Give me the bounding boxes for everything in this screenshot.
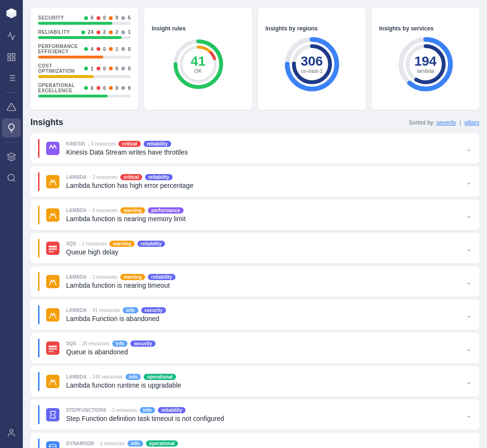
insight-chevron-6[interactable]: ⌄ — [466, 344, 472, 353]
insight-chevron-1[interactable]: ⌄ — [466, 177, 472, 186]
insight-chevron-5[interactable]: ⌄ — [466, 311, 472, 320]
insight-row[interactable]: SQS- 2 resourceswarningreliabilityQueue … — [30, 233, 479, 263]
insight-row[interactable]: STEPFUNCTIONS- 3 resourcesinforeliabilit… — [30, 399, 479, 430]
insight-chevron-7[interactable]: ⌄ — [466, 377, 472, 386]
score-dot-2-1 — [97, 47, 100, 51]
insight-pillar-badge-6: security — [130, 341, 155, 347]
logo[interactable] — [4, 6, 19, 21]
insight-row[interactable]: DYNAMODB- 1 resourcesinfooperationalDyna… — [30, 433, 479, 448]
insight-row[interactable]: LAMBDA- 145 resourcesinfooperationalLamb… — [30, 366, 479, 397]
insight-bar-3 — [38, 239, 39, 258]
score-dot-count-4-0: 6 — [91, 86, 94, 91]
insights-by-regions-title: Insights by regions — [265, 25, 318, 32]
score-dot-3-0 — [84, 67, 88, 70]
insight-service-1: LAMBDA — [66, 175, 87, 180]
score-dot-0-1 — [97, 16, 100, 20]
sidebar-item-layers[interactable] — [2, 147, 21, 166]
insight-chevron-9[interactable]: ⌄ — [466, 444, 472, 448]
progress-bar-0 — [38, 22, 131, 25]
insight-chevron-3[interactable]: ⌄ — [466, 244, 472, 253]
insight-content-4: LAMBDA- 1 resourceswarningreliabilityLam… — [66, 274, 460, 289]
score-dot-count-4-2: 0 — [116, 86, 118, 91]
score-dot-0-2 — [109, 16, 113, 20]
sidebar-divider-1 — [4, 92, 19, 93]
insights-by-services-card: Insights by services 194 lambda — [371, 8, 479, 110]
insight-row[interactable]: LAMBDA- 1 resourceswarningreliabilityLam… — [30, 266, 479, 297]
insight-chevron-0[interactable]: ⌄ — [466, 144, 472, 153]
insight-meta-7: LAMBDA- 145 resourcesinfooperational — [66, 374, 460, 380]
insight-icon-lambda — [45, 274, 60, 289]
insights-by-regions-card: Insights by regions 306 us-east-1 — [258, 8, 366, 110]
score-dot-count-1-2: 2 — [116, 29, 118, 35]
svg-rect-35 — [49, 251, 54, 253]
insight-name-5: Lambda Function is abandoned — [66, 315, 460, 322]
insight-service-9: DYNAMODB — [66, 441, 94, 446]
sort-by-pillars[interactable]: pillars — [465, 119, 479, 126]
insight-content-2: LAMBDA- 6 resourceswarningperformanceLam… — [66, 207, 460, 223]
sidebar-item-user[interactable] — [2, 423, 21, 442]
insight-chevron-2[interactable]: ⌄ — [466, 211, 472, 220]
score-dots-3: 1000 — [84, 66, 131, 71]
insight-pillar-badge-0: reliability — [144, 141, 171, 147]
score-dot-count-0-0: 6 — [91, 15, 94, 20]
insights-header: Insights Sorted by: severity | pillars — [30, 117, 479, 127]
sidebar-item-search[interactable] — [2, 168, 21, 187]
sidebar-item-activity[interactable] — [2, 27, 21, 46]
insight-severity-badge-0: critical — [118, 141, 140, 147]
score-label-0: SECURITY — [38, 15, 64, 20]
sidebar-item-alert[interactable] — [2, 97, 21, 117]
svg-point-13 — [8, 175, 14, 181]
insight-resources-6: - 28 resources — [79, 341, 109, 346]
insight-rules-sub: OK — [195, 68, 202, 74]
insight-meta-2: LAMBDA- 6 resourceswarningperformance — [66, 207, 460, 214]
insight-content-6: SQS- 28 resourcesinfosecurityQueue is ab… — [66, 341, 460, 356]
sidebar-item-dashboard[interactable] — [2, 48, 21, 67]
insight-row[interactable]: LAMBDA- 1 resourcescriticalreliabilityLa… — [30, 166, 479, 197]
svg-line-14 — [13, 180, 15, 182]
score-dot-1-0 — [81, 30, 85, 34]
insight-pillar-badge-1: reliability — [145, 174, 173, 180]
insight-meta-0: KINESIS- 3 resourcescriticalreliability — [66, 141, 460, 147]
insight-name-2: Lambda function is nearing memory limit — [66, 215, 460, 223]
score-dot-count-1-0: 24 — [88, 29, 94, 35]
score-label-2: PERFORMANCE EFFICIENCY — [38, 44, 84, 54]
score-dot-3-1 — [97, 67, 100, 70]
score-dot-4-3 — [121, 86, 125, 90]
svg-rect-40 — [49, 348, 57, 350]
insight-row[interactable]: LAMBDA- 6 resourceswarningperformanceLam… — [30, 200, 479, 230]
insight-chevron-4[interactable]: ⌄ — [466, 277, 472, 286]
score-row-1: RELIABILITY24221 — [38, 29, 131, 39]
insight-severity-badge-8: info — [140, 407, 155, 413]
score-dot-2-0 — [84, 47, 88, 51]
svg-rect-2 — [8, 58, 11, 61]
sort-by-severity[interactable]: severity — [437, 119, 456, 126]
insights-by-regions-value: 306 — [301, 55, 323, 68]
insights-section-title: Insights — [30, 117, 63, 127]
insight-bar-6 — [38, 339, 39, 358]
insight-pillar-badge-4: reliability — [148, 274, 175, 280]
insight-name-1: Lambda function has high error percentag… — [66, 182, 460, 189]
progress-bar-2 — [38, 56, 131, 58]
sidebar-item-list[interactable] — [2, 68, 21, 88]
insight-row[interactable]: SQS- 28 resourcesinfosecurityQueue is ab… — [30, 333, 479, 363]
score-bars: SECURITY6005RELIABILITY24221PERFORMANCE … — [38, 15, 131, 97]
insight-severity-badge-3: warning — [109, 241, 134, 247]
score-dot-count-1-3: 1 — [128, 29, 131, 35]
insight-bar-2 — [38, 205, 39, 224]
score-label-4: OPERATIONAL EXCELLENCE — [38, 83, 84, 93]
insight-pillar-badge-3: reliability — [137, 241, 165, 247]
insight-bar-4 — [38, 272, 39, 291]
sidebar-item-insights[interactable] — [2, 118, 21, 137]
score-dot-count-2-3: 0 — [128, 47, 131, 52]
insight-service-6: SQS — [66, 341, 76, 346]
insight-row[interactable]: LAMBDA- 41 resourcesinfosecurityLambda F… — [30, 300, 479, 330]
insight-resources-2: - 6 resources — [89, 208, 117, 213]
insight-severity-badge-2: warning — [120, 207, 145, 214]
score-dot-count-4-3: 9 — [128, 86, 131, 91]
insight-resources-8: - 3 resources — [109, 408, 136, 413]
insight-chevron-8[interactable]: ⌄ — [466, 410, 472, 419]
insight-row[interactable]: KINESIS- 3 resourcescriticalreliabilityK… — [30, 133, 479, 164]
progress-bar-4 — [38, 95, 131, 97]
score-dots-2: 4010 — [84, 47, 131, 52]
sidebar-divider-2 — [4, 142, 19, 143]
